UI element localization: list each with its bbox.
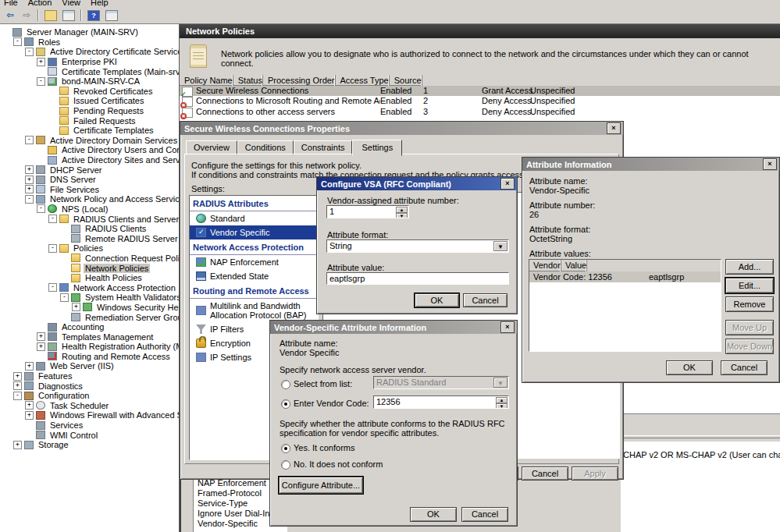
tree-item[interactable]: Pending Requests (0, 106, 179, 116)
settings-category-item[interactable]: Extended State (190, 269, 318, 283)
tree-expander[interactable]: + (37, 58, 45, 66)
tree-expander[interactable]: + (13, 372, 22, 381)
tree-item[interactable]: + Health Registration Authority (MAIN-SR… (0, 342, 179, 352)
vendor-code-input[interactable]: 12356 ▲▼ (373, 395, 509, 409)
tree-expander[interactable]: - (48, 244, 57, 253)
policy-row[interactable]: Secure Wireless Connections Enabled 1 Gr… (180, 86, 780, 96)
tree-item[interactable]: - Policies (0, 243, 179, 254)
tree-item[interactable]: - Network Policy and Access Services (0, 194, 179, 204)
tree-item[interactable]: Remote RADIUS Server Groups (0, 233, 179, 243)
tree-expander[interactable]: - (25, 136, 34, 144)
policy-column-header[interactable]: Policy Name (180, 75, 233, 86)
tree-expander[interactable]: - (60, 293, 69, 302)
tree-item[interactable]: Connection Request Policies (0, 254, 179, 264)
spinner-arrows[interactable]: ▲▼ (496, 397, 508, 407)
configure-vsa-titlebar[interactable]: Configure VSA (RFC Compliant) × (317, 177, 517, 190)
tree-expander[interactable]: + (37, 342, 45, 351)
help-icon[interactable]: ? (87, 10, 100, 21)
tree-item[interactable]: - NPS (Local) (0, 204, 179, 215)
ok-button[interactable]: OK (410, 507, 457, 522)
tree-item[interactable]: - Roles (0, 37, 179, 48)
menu-item[interactable]: File (4, 0, 18, 5)
vendor-list-dropdown[interactable]: RADIUS Standard ▼ (373, 376, 509, 389)
tree-item[interactable]: Active Directory Users and Computers (0, 145, 179, 155)
close-icon[interactable]: × (500, 178, 515, 190)
ok-button[interactable]: OK (666, 360, 713, 375)
close-icon[interactable]: × (500, 321, 515, 333)
policy-column-header[interactable]: Status (233, 75, 263, 86)
settings-category-item[interactable]: Standard (190, 211, 318, 225)
policy-column-header[interactable]: Processing Order (263, 75, 336, 86)
tree-expander[interactable]: - (13, 392, 22, 400)
tree-item[interactable]: - Active Directory Certificate Services (0, 47, 179, 57)
cancel-button[interactable]: Cancel (461, 507, 508, 522)
cancel-button[interactable]: Cancel (463, 293, 508, 307)
tree-expander[interactable]: + (25, 411, 34, 420)
forward-icon[interactable]: ⇨ (20, 9, 34, 21)
menu-item[interactable]: View (62, 0, 80, 5)
chevron-down-icon[interactable]: ▼ (493, 241, 508, 251)
tree-expander[interactable]: - (48, 283, 57, 292)
cancel-button[interactable]: Cancel (522, 466, 568, 481)
yes-conforms-radio[interactable] (281, 444, 290, 453)
spinner-arrows[interactable]: ▲▼ (396, 207, 408, 217)
vendor-specific-attribute-titlebar[interactable]: Vendor-Specific Attribute Information × (270, 321, 517, 334)
apply-button[interactable]: Apply (572, 466, 618, 481)
tree-item[interactable]: Certificate Templates (Main-srv.bond.wif… (0, 66, 179, 76)
policy-row[interactable]: Connections to other access servers Enab… (180, 107, 780, 117)
configure-attribute-button[interactable]: Configure Attribute... (279, 477, 363, 494)
tree-item[interactable]: + Features (0, 371, 179, 381)
attribute-value-row[interactable]: Vendor Code: 12356 eaptlsgrp (529, 271, 721, 282)
tree-expander[interactable]: - (25, 48, 34, 56)
tree-expander[interactable]: + (25, 176, 34, 184)
tree-item[interactable]: Remediation Server Groups (0, 312, 179, 322)
settings-category-item[interactable]: RADIUS Attributes (190, 196, 318, 211)
tree-item[interactable]: Failed Requests (0, 115, 179, 126)
tab[interactable]: Settings (352, 140, 402, 156)
tree-expander[interactable]: + (37, 332, 45, 341)
tree-item[interactable]: RADIUS Clients (0, 224, 179, 234)
settings-category-item[interactable]: NAP Enforcement (190, 255, 318, 269)
tree-expander[interactable]: - (37, 77, 45, 86)
move-down-button[interactable]: Move Down (725, 339, 774, 354)
export-list-icon[interactable] (45, 10, 57, 21)
no-conform-radio[interactable] (281, 460, 290, 470)
policy-row[interactable]: Connections to Microsoft Routing and Rem… (180, 96, 780, 106)
tree-item[interactable]: - System Health Validators (0, 293, 179, 303)
chevron-down-icon[interactable]: ▼ (493, 378, 508, 388)
settings-category-item[interactable]: Routing and Remote Access (190, 283, 318, 299)
tree-item[interactable]: Server Manager (MAIN-SRV) (0, 27, 179, 37)
tree-item[interactable]: Active Directory Sites and Services (0, 155, 179, 165)
tree-item[interactable]: Certificate Templates (0, 126, 179, 136)
tree-item[interactable]: Issued Certificates (0, 96, 179, 106)
policy-column-header[interactable]: Access Type (336, 75, 390, 86)
enter-vendor-code-radio[interactable] (281, 399, 290, 409)
attr-format-dropdown[interactable]: String ▼ (326, 239, 509, 253)
menu-item[interactable]: Action (28, 0, 52, 5)
attr-value-input[interactable]: eaptlsgrp (326, 272, 509, 285)
tree-item[interactable]: + Diagnostics (0, 381, 179, 391)
tree-item[interactable]: - Network Access Protection (0, 282, 179, 293)
tree-item[interactable]: + Web Server (IIS) (0, 361, 179, 371)
settings-category-item[interactable]: Vendor Specific (190, 225, 318, 239)
tree-expander[interactable]: - (25, 195, 34, 204)
tree-expander[interactable]: + (13, 381, 22, 390)
select-from-list-radio[interactable] (281, 380, 290, 389)
tree-expander[interactable]: - (37, 204, 45, 213)
move-up-button[interactable]: Move Up (725, 320, 774, 335)
tree-item[interactable]: + Templates Management (0, 332, 179, 342)
tree-item[interactable]: + DHCP Server (0, 165, 179, 175)
attribute-information-titlebar[interactable]: Attribute Information × (522, 158, 779, 171)
show-window-icon[interactable] (105, 10, 118, 21)
attribute-values-column-header[interactable]: Vendor (529, 260, 561, 271)
policy-column-header[interactable]: Source (390, 75, 422, 86)
settings-category-item[interactable]: Multilink and Bandwidth Allocation Proto… (190, 299, 318, 322)
properties-dialog-titlebar[interactable]: Secure Wireless Connections Properties × (180, 122, 623, 135)
tree-item[interactable]: Accounting (0, 322, 179, 332)
tree-expander[interactable]: - (13, 37, 22, 46)
vendor-attr-number-input[interactable]: 1 ▲▼ (326, 205, 409, 218)
tree-item[interactable]: + Enterprise PKI (0, 57, 179, 67)
tree-item[interactable]: Revoked Certificates (0, 87, 179, 97)
cancel-button[interactable]: Cancel (721, 360, 768, 375)
tree-expander[interactable]: + (25, 362, 34, 371)
